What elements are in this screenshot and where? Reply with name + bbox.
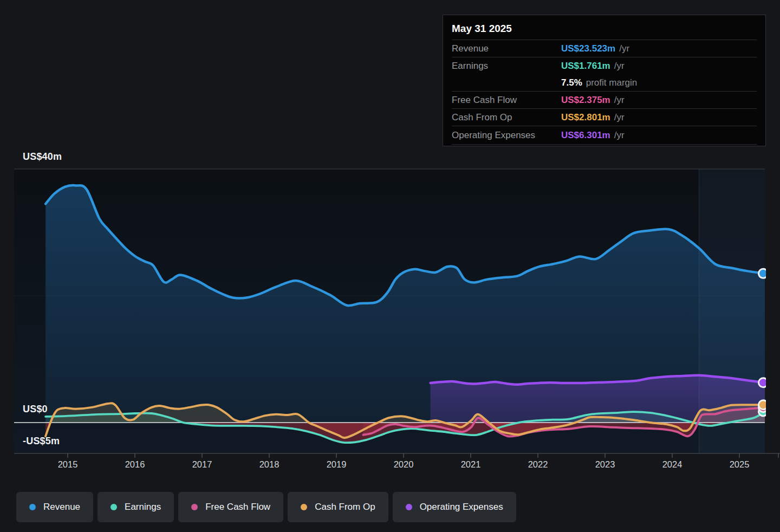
legend-item-free-cash-flow[interactable]: Free Cash Flow [178,492,283,522]
y-axis-label-0: US$0 [23,404,48,415]
legend-item-cash-from-op[interactable]: Cash From Op [288,492,388,522]
legend-label: Earnings [125,502,161,512]
tooltip-suffix: /yr [619,43,629,54]
legend-item-operating-expenses[interactable]: Operating Expenses [393,492,516,522]
operating_expenses-end-marker[interactable] [759,378,768,387]
legend-item-revenue[interactable]: Revenue [16,492,93,522]
cash-from-op-dot-icon [301,504,307,510]
tooltip-label: Free Cash Flow [452,95,561,106]
tooltip-value-profit-margin: 7.5% [561,77,582,88]
financials-chart-page: US$40m US$0 -US$5m 201520162017201820192… [0,0,780,532]
earnings-dot-icon [110,504,117,510]
x-axis-label-2022: 2022 [515,459,561,470]
x-axis-label-2020: 2020 [381,459,426,470]
y-axis-label-neg5: -US$5m [23,436,60,447]
x-axis-label-2025: 2025 [717,459,762,470]
x-axis-label-2016: 2016 [112,459,158,470]
operating-expenses-dot-icon [406,504,412,510]
tooltip-value-revenue: US$23.523m [561,43,615,54]
legend-item-earnings[interactable]: Earnings [98,492,174,522]
revenue-dot-icon [29,504,36,510]
y-axis-label-40m: US$40m [23,151,62,163]
chart-legend: Revenue Earnings Free Cash Flow Cash Fro… [16,492,516,522]
chart-tooltip: May 31 2025 Revenue US$23.523m /yr Earni… [443,15,766,146]
tooltip-label: Operating Expenses [452,130,561,141]
x-axis-label-2019: 2019 [314,459,359,470]
tooltip-row-profit-margin: 7.5% profit margin [452,74,757,91]
x-axis-label-2017: 2017 [179,459,225,470]
tooltip-value-earnings: US$1.761m [561,61,610,72]
tooltip-suffix: profit margin [586,77,637,88]
tooltip-row-cash-from-op: Cash From Op US$2.801m /yr [452,108,757,126]
x-axis-label-2018: 2018 [246,459,292,470]
tooltip-value-cash-from-op: US$2.801m [561,112,610,123]
x-axis-label-2021: 2021 [448,459,493,470]
tooltip-row-free-cash-flow: Free Cash Flow US$2.375m /yr [452,91,757,108]
tooltip-value-free-cash-flow: US$2.375m [561,95,610,106]
revenue-end-marker[interactable] [759,269,768,278]
legend-label: Revenue [43,502,80,512]
tooltip-value-operating-expenses: US$6.301m [561,130,610,141]
tooltip-row-operating-expenses: Operating Expenses US$6.301m /yr [452,126,757,145]
tooltip-label: Cash From Op [452,112,561,123]
legend-label: Cash From Op [315,502,375,512]
x-axis-label-2015: 2015 [45,459,90,470]
tooltip-row-earnings: Earnings US$1.761m /yr [452,57,757,74]
x-axis-label-2023: 2023 [582,459,628,470]
tooltip-suffix: /yr [614,95,625,106]
legend-label: Operating Expenses [420,502,503,512]
cash_from_op-end-marker[interactable] [759,400,768,410]
tooltip-suffix: /yr [614,61,625,72]
x-axis-label-2024: 2024 [649,459,695,470]
tooltip-date: May 31 2025 [452,15,757,40]
free-cash-flow-dot-icon [191,504,198,510]
tooltip-row-revenue: Revenue US$23.523m /yr [452,40,757,57]
tooltip-label: Earnings [452,61,561,72]
tooltip-label: Revenue [452,43,561,54]
legend-label: Free Cash Flow [205,502,270,512]
tooltip-suffix: /yr [614,112,625,123]
tooltip-suffix: /yr [614,130,625,141]
